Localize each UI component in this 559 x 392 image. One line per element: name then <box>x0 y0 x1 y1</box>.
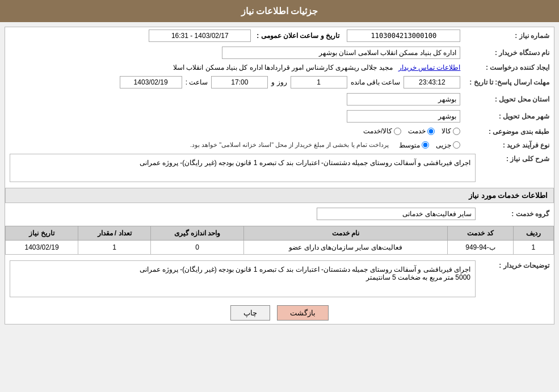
baqi-label: ساعت باقی مانده <box>351 78 401 86</box>
cell-tarikh: 1403/02/19 <box>6 240 78 254</box>
tabaqe-cell: کالا خدمت کالا/خدمت <box>5 125 465 139</box>
noe-cell: جزیی متوسط پرداخت تمام یا بخشی از مبلغ خ… <box>5 139 465 151</box>
ostan-cell: بوشهر <box>5 91 465 108</box>
mohlet-cell: 23:43:12 ساعت باقی مانده 1 روز و 17:00 س… <box>5 74 465 91</box>
desc-cell: اجرای فیربافشی و آسفالت روستای جمیله دشت… <box>5 258 480 300</box>
sharh-table: شرح کلی نیاز : اجرای فیربافشی و آسفالت ر… <box>5 151 554 184</box>
tabaqe-khadamat-radio[interactable] <box>427 128 435 135</box>
grohe-cell: سایر فعالیت‌های خدماتی <box>5 205 480 222</box>
grohe-value: سایر فعالیت‌های خدماتی <box>317 208 476 220</box>
services-table: ردیف کد خدمت نام خدمت واحد اندازه گیری ت… <box>5 226 554 255</box>
rooz-value: 1 <box>291 76 347 88</box>
cell-radif: 1 <box>513 240 553 254</box>
sharh-cell: اجرای فیربافشی و آسفالت روستای جمیله دشت… <box>5 151 480 184</box>
sharh-value: اجرای فیربافشی و آسفالت روستای جمیله دشت… <box>10 154 476 182</box>
noe-jozei-item: جزیی <box>436 141 460 149</box>
ijad-konande-link[interactable]: اطلاعات تماس خریدار <box>398 64 461 71</box>
time-label: ساعت : <box>186 78 208 86</box>
shahr-cell: بوشهر <box>5 108 465 125</box>
nam-dastgah-label: نام دستگاه خریدار : <box>465 44 554 61</box>
noe-motvaset-item: متوسط <box>399 141 429 149</box>
cell-tedad: 1 <box>78 240 151 254</box>
tarikh-value: 1403/02/17 - 16:31 <box>149 29 251 42</box>
date-value: 1403/02/19 <box>120 76 182 88</box>
tabaqe-kala-khadamat-radio[interactable] <box>394 128 401 135</box>
tabaqe-label: طبقه بندی موضوعی : <box>465 125 554 139</box>
sharh-label: شرح کلی نیاز : <box>480 151 554 184</box>
shmare-niaz-value: 1103004213000100 تاریخ و ساعت اعلان عموم… <box>5 27 465 44</box>
ettelaat-title: اطلاعات خدمات مورد نیاز <box>5 188 554 203</box>
nam-dastgah-value: اداره کل بنیاد مسکن انقلاب اسلامی استان … <box>222 47 460 59</box>
tabaqe-khadamat-item: خدمت <box>408 127 435 135</box>
noe-motvaset-label: متوسط <box>399 141 420 149</box>
cell-kod: ب-94-949 <box>448 240 513 254</box>
shmare-niaz-label: شماره نیاز : <box>465 27 554 44</box>
noe-jozei-label: جزیی <box>436 141 451 149</box>
ijad-konande-cell: اطلاعات تماس خریدار مجید جلالی ریشهری کا… <box>5 61 465 74</box>
button-row: بازگشت چاپ <box>5 305 554 321</box>
tabaqe-radio-group: کالا خدمت کالا/خدمت <box>363 127 460 135</box>
grohe-label: گروه خدمت : <box>480 205 554 222</box>
grohe-table: گروه خدمت : سایر فعالیت‌های خدماتی <box>5 205 554 222</box>
tabaqe-kala-item: کالا <box>442 127 460 135</box>
rooz-label: روز و <box>271 78 287 86</box>
noe-note: پرداخت تمام یا بخشی از مبلغ خریدار از مح… <box>190 141 389 149</box>
nam-dastgah-cell: اداره کل بنیاد مسکن انقلاب اسلامی استان … <box>5 44 465 61</box>
shmare-niaz-box: 1103004213000100 <box>347 29 460 42</box>
tabaqe-kala-radio[interactable] <box>453 128 460 135</box>
baqi-value: 23:43:12 <box>404 76 460 88</box>
cell-name: فعالیت‌های سایر سازمان‌های دارای عضو <box>243 240 447 254</box>
print-button[interactable]: چاپ <box>230 305 270 321</box>
ostan-value: بوشهر <box>347 93 460 106</box>
col-radif: ردیف <box>513 226 553 240</box>
header-title: جزئیات اطلاعات نیاز <box>241 6 318 16</box>
time-value: 17:00 <box>211 76 268 88</box>
noe-label: نوع فرآیند خرید : <box>465 139 554 151</box>
desc-label: توضیحات خریدار : <box>480 258 554 300</box>
info-table: شماره نیاز : 1103004213000100 تاریخ و سا… <box>5 27 554 151</box>
cell-vahed: 0 <box>151 240 244 254</box>
noe-jozei-radio[interactable] <box>453 141 460 149</box>
mohlet-label: مهلت ارسال پاسخ: تا تاریخ : <box>465 74 554 91</box>
col-tarikh: تاریخ نیاز <box>6 226 78 240</box>
page-header: جزئیات اطلاعات نیاز <box>0 0 559 22</box>
col-vahed: واحد اندازه گیری <box>151 226 244 240</box>
noe-motvaset-radio[interactable] <box>422 141 429 149</box>
tabaqe-kala-khadamat-item: کالا/خدمت <box>363 127 401 135</box>
col-kod: کد خدمت <box>448 226 513 240</box>
shahr-label: شهر محل تحویل : <box>465 108 554 125</box>
tarikh-label: تاریخ و ساعت اعلان عمومی : <box>257 32 339 40</box>
col-name: نام خدمت <box>243 226 447 240</box>
ostan-label: استان محل تحویل : <box>465 91 554 108</box>
ijad-konande-value: مجید جلالی ریشهری کارشناس امور قراردادها… <box>173 64 393 71</box>
tabaqe-kala-label: کالا <box>442 127 451 135</box>
col-tedad: تعداد / مقدار <box>78 226 151 240</box>
noe-radio-group: جزیی متوسط <box>399 141 460 149</box>
tabaqe-khadamat-label: خدمت <box>408 127 426 135</box>
ijad-konande-label: ایجاد کننده درخواست : <box>465 61 554 74</box>
desc-table: توضیحات خریدار : اجرای فیربافشی و آسفالت… <box>5 258 554 300</box>
table-row: 1 ب-94-949 فعالیت‌های سایر سازمان‌های دا… <box>6 240 554 254</box>
back-button[interactable]: بازگشت <box>277 305 329 321</box>
shahr-value: بوشهر <box>347 110 460 123</box>
tabaqe-kala-khadamat-label: کالا/خدمت <box>363 127 392 135</box>
desc-value: اجرای فیربافشی و آسفالت روستای جمیله دشت… <box>10 260 476 297</box>
